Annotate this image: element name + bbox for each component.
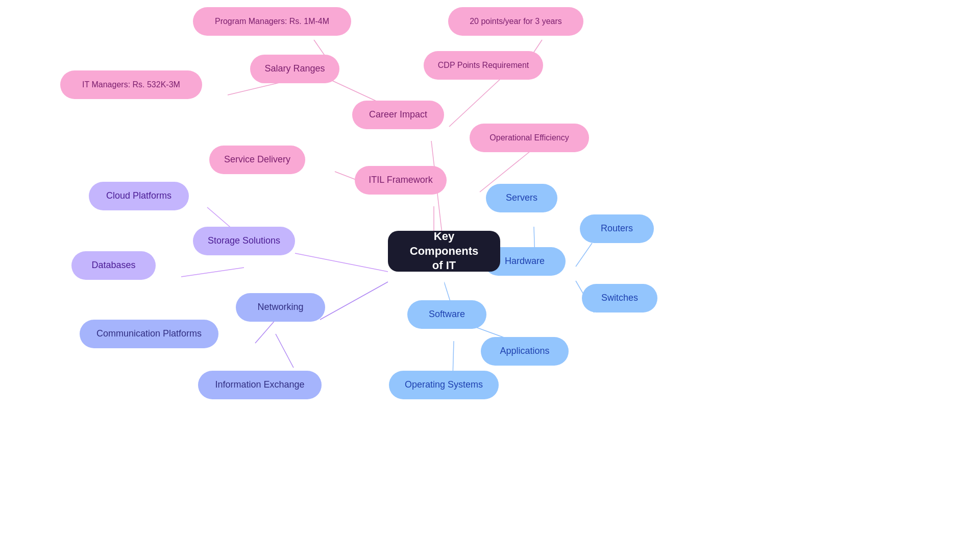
svg-line-11 (181, 268, 244, 277)
svg-line-12 (320, 282, 388, 320)
networking-node[interactable]: Networking (236, 293, 325, 322)
switches-node[interactable]: Switches (582, 284, 657, 312)
databases-node[interactable]: Databases (71, 251, 156, 280)
program-managers-node[interactable]: Program Managers: Rs. 1M-4M (193, 7, 351, 36)
operating-systems-node[interactable]: Operating Systems (389, 371, 499, 399)
operational-efficiency-node[interactable]: Operational Efficiency (470, 124, 589, 152)
storage-solutions-node[interactable]: Storage Solutions (193, 227, 295, 255)
applications-node[interactable]: Applications (481, 337, 569, 366)
career-impact-node[interactable]: Career Impact (352, 101, 444, 129)
twenty-points-node[interactable]: 20 points/year for 3 years (448, 7, 583, 36)
svg-line-13 (255, 320, 276, 343)
it-managers-node[interactable]: IT Managers: Rs. 532K-3M (60, 70, 202, 99)
communication-platforms-node[interactable]: Communication Platforms (80, 320, 218, 348)
service-delivery-node[interactable]: Service Delivery (209, 146, 305, 174)
cdp-points-node[interactable]: CDP Points Requirement (424, 51, 543, 80)
servers-node[interactable]: Servers (486, 184, 557, 212)
salary-ranges-node[interactable]: Salary Ranges (250, 55, 339, 83)
routers-node[interactable]: Routers (580, 214, 654, 243)
svg-line-14 (276, 334, 293, 368)
svg-line-3 (449, 79, 501, 127)
svg-line-9 (295, 253, 388, 272)
svg-line-17 (576, 243, 592, 267)
software-node[interactable]: Software (407, 300, 486, 329)
center-node[interactable]: Key Components of ITInfrastructure (388, 231, 500, 272)
itil-framework-node[interactable]: ITIL Framework (355, 166, 447, 195)
information-exchange-node[interactable]: Information Exchange (198, 371, 322, 399)
cloud-platforms-node[interactable]: Cloud Platforms (89, 182, 189, 210)
